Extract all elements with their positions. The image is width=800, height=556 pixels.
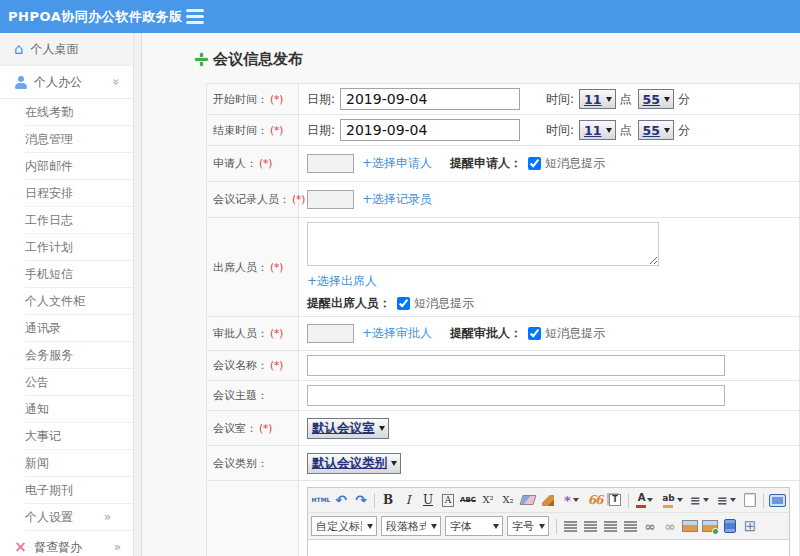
sidebar-item-notice[interactable]: 通知: [25, 396, 133, 423]
start-hour-select[interactable]: 11: [579, 89, 615, 109]
align-center-icon[interactable]: [580, 517, 600, 536]
undo-icon[interactable]: ↶: [331, 491, 351, 510]
sidebar-item-memorabilia[interactable]: 大事记: [25, 423, 133, 450]
eraser-icon[interactable]: [518, 491, 538, 510]
insert-image-icon[interactable]: [700, 517, 720, 536]
sidebar-item-schedule[interactable]: 日程安排: [25, 180, 133, 207]
sidebar-item-label: 个人文件柜: [25, 293, 85, 310]
sidebar-item-news[interactable]: 新闻: [25, 450, 133, 477]
sidebar-item-online-attendance[interactable]: 在线考勤: [25, 99, 133, 126]
start-minute-select[interactable]: 55: [638, 89, 674, 109]
required-mark: (*): [292, 193, 305, 205]
sidebar-item-personal-file-cabinet[interactable]: 个人文件柜: [25, 288, 133, 315]
sidebar-scrollbar[interactable]: [133, 33, 142, 556]
applicant-sms-checkbox[interactable]: [528, 157, 541, 170]
link-icon[interactable]: ∞: [640, 517, 660, 536]
end-minute-select[interactable]: 55: [638, 120, 674, 140]
chevron-down-icon: [606, 97, 612, 102]
meeting-room-select[interactable]: 默认会议室: [307, 418, 389, 439]
sidebar-item-personal-settings[interactable]: 个人设置 »: [25, 504, 133, 531]
font-size-select[interactable]: 字号: [507, 516, 549, 536]
strikethrough-icon[interactable]: ABC: [458, 491, 478, 510]
minute-unit-label: 分: [678, 122, 690, 139]
fullscreen-icon[interactable]: [767, 491, 787, 510]
italic-icon[interactable]: I: [398, 491, 418, 510]
sidebar-item-label: 新闻: [25, 455, 49, 472]
table-row: 审批人员：(*) +选择审批人 提醒审批人： 短消息提示: [207, 317, 800, 351]
sidebar-item-label: 在线考勤: [25, 104, 73, 121]
sidebar-item-work-plan[interactable]: 工作计划: [25, 234, 133, 261]
align-right-icon[interactable]: [600, 517, 620, 536]
sidebar-item-label: 个人桌面: [31, 41, 79, 58]
custom-title-select[interactable]: 自定义标题: [311, 516, 377, 536]
time-label: 时间:: [546, 122, 574, 139]
paragraph-format-select[interactable]: 段落格式: [381, 516, 441, 536]
sidebar-item-label: 会务服务: [25, 347, 73, 364]
chevron-down-icon: »: [108, 78, 122, 85]
subscript-icon[interactable]: X₂: [498, 491, 518, 510]
unlink-icon[interactable]: ∞: [660, 517, 680, 536]
pick-applicant-link[interactable]: +选择申请人: [362, 155, 432, 172]
meeting-name-input[interactable]: [307, 355, 725, 376]
pick-attendees-link[interactable]: +选择出席人: [307, 274, 377, 288]
sidebar-item-internal-mail[interactable]: 内部邮件: [25, 153, 133, 180]
font-family-select[interactable]: 字体: [445, 516, 503, 536]
end-hour-select[interactable]: 11: [579, 120, 615, 140]
pick-approver-link[interactable]: +选择审批人: [362, 325, 432, 342]
approver-sms-checkbox[interactable]: [528, 327, 541, 340]
superscript-icon[interactable]: X²: [478, 491, 498, 510]
table-icon[interactable]: ⊞: [740, 517, 760, 536]
sidebar-item-work-log[interactable]: 工作日志: [25, 207, 133, 234]
attendees-textarea[interactable]: [307, 222, 659, 266]
sidebar-item-announcement[interactable]: 公告: [25, 369, 133, 396]
hamburger-menu-icon[interactable]: [186, 9, 204, 24]
table-row: 会议主题：: [207, 381, 800, 411]
sidebar-item-label: 日程安排: [25, 185, 73, 202]
sidebar-item-personal-desktop[interactable]: ⌂ 个人桌面: [0, 33, 133, 66]
field-label: 会议记录人员：: [213, 193, 290, 206]
autotypeset-icon[interactable]: *: [558, 491, 585, 510]
blockquote-icon[interactable]: 66: [585, 491, 605, 510]
sidebar-item-message-management[interactable]: 消息管理: [25, 126, 133, 153]
sms-label: 短消息提示: [545, 155, 605, 172]
pick-recorder-link[interactable]: +选择记录员: [362, 191, 432, 208]
sidebar-item-supervision[interactable]: × 督查督办 »: [0, 531, 133, 556]
underline-icon[interactable]: U: [418, 491, 438, 510]
end-date-input[interactable]: [340, 119, 520, 141]
font-border-icon[interactable]: A: [438, 491, 458, 510]
align-justify-icon[interactable]: [620, 517, 640, 536]
media-icon[interactable]: [720, 517, 740, 536]
sidebar-item-contacts[interactable]: 通讯录: [25, 315, 133, 342]
align-left-icon[interactable]: [560, 517, 580, 536]
html-source-icon[interactable]: HTML: [311, 491, 331, 510]
chevron-down-icon: [431, 524, 437, 529]
time-label: 时间:: [546, 91, 574, 108]
meeting-form: 开始时间：(*) 日期: 时间: 11 点: [206, 83, 800, 556]
image-icon[interactable]: [680, 517, 700, 536]
sidebar-item-mobile-sms[interactable]: 手机短信: [25, 261, 133, 288]
editor-content-area[interactable]: [308, 540, 789, 556]
sidebar-item-label: 手机短信: [25, 266, 73, 283]
attendees-sms-checkbox[interactable]: [397, 297, 410, 310]
new-page-icon[interactable]: [740, 491, 760, 510]
sidebar-item-e-journal[interactable]: 电子期刊: [25, 477, 133, 504]
format-brush-icon[interactable]: [538, 491, 558, 510]
applicant-input[interactable]: [307, 154, 354, 173]
bold-icon[interactable]: B: [378, 491, 398, 510]
start-date-input[interactable]: [340, 88, 520, 110]
approver-input[interactable]: [307, 324, 354, 343]
sidebar-item-label: 消息管理: [25, 131, 73, 148]
sidebar-item-meeting-service[interactable]: 会务服务: [25, 342, 133, 369]
highlight-color-icon[interactable]: ab: [659, 491, 686, 510]
font-color-icon[interactable]: A: [632, 491, 659, 510]
paste-text-icon[interactable]: T: [605, 491, 625, 510]
meeting-category-select[interactable]: 默认会议类别: [307, 453, 401, 474]
meeting-subject-input[interactable]: [307, 385, 725, 406]
recorder-input[interactable]: [307, 190, 354, 209]
unordered-list-icon[interactable]: ≡: [713, 491, 740, 510]
redo-icon[interactable]: ↷: [351, 491, 371, 510]
field-label: 申请人：: [213, 157, 257, 170]
ordered-list-icon[interactable]: ≡: [686, 491, 713, 510]
sidebar-item-personal-office[interactable]: 个人办公 »: [0, 66, 133, 99]
chevron-down-icon: [493, 524, 499, 529]
